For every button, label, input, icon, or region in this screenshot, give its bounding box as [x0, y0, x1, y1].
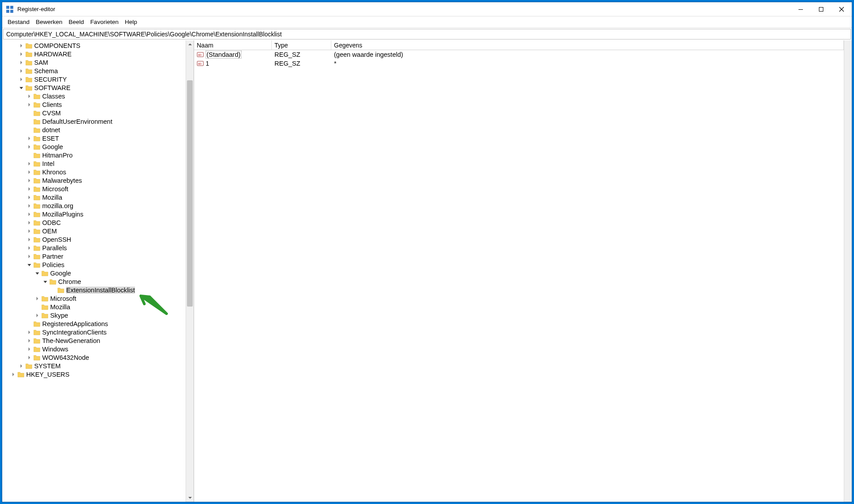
tree-node-hardware[interactable]: HARDWARE: [2, 50, 186, 58]
tree-node-components[interactable]: COMPONENTS: [2, 41, 186, 50]
menu-edit[interactable]: Bewerken: [33, 18, 65, 26]
tree-node-security[interactable]: SECURITY: [2, 75, 186, 83]
tree-node-sam[interactable]: SAM: [2, 58, 186, 67]
svg-rect-4: [798, 9, 803, 10]
tree-label: Clients: [42, 101, 62, 108]
svg-text:ab: ab: [198, 62, 202, 65]
menu-help[interactable]: Help: [122, 18, 140, 26]
tree-label: ESET: [42, 135, 59, 142]
tree-node-skype[interactable]: Skype: [2, 311, 186, 319]
tree-node-hitmanpro[interactable]: HitmanPro: [2, 151, 186, 159]
tree-node-classes[interactable]: Classes: [2, 92, 186, 100]
tree-node-eset[interactable]: ESET: [2, 134, 186, 142]
address-bar[interactable]: Computer\HKEY_LOCAL_MACHINE\SOFTWARE\Pol…: [3, 29, 851, 39]
tree-node-registeredapps[interactable]: RegisteredApplications: [2, 319, 186, 328]
tree-label: SECURITY: [34, 76, 67, 83]
tree-scrollbar[interactable]: [186, 40, 194, 502]
menu-favorites[interactable]: Favorieten: [87, 18, 121, 26]
values-pane: Naam Type Gegevens ab(Standaard)REG_SZ(g…: [194, 40, 852, 502]
column-name[interactable]: Naam: [194, 40, 272, 50]
minimize-button[interactable]: [790, 2, 811, 16]
tree-node-parallels[interactable]: Parallels: [2, 244, 186, 252]
tree-node-mozillaplugins[interactable]: MozillaPlugins: [2, 210, 186, 218]
tree-label: WOW6432Node: [42, 354, 89, 361]
titlebar[interactable]: Register-editor: [2, 2, 852, 16]
tree-label: SOFTWARE: [34, 84, 71, 91]
value-type: REG_SZ: [274, 51, 300, 58]
column-data[interactable]: Gegevens: [331, 40, 844, 50]
menubar: Bestand Bewerken Beeld Favorieten Help: [2, 16, 852, 28]
tree-label: HKEY_USERS: [26, 371, 70, 378]
tree-node-odbc[interactable]: ODBC: [2, 218, 186, 227]
tree-label: Windows: [42, 346, 68, 353]
svg-rect-0: [6, 6, 9, 9]
scroll-up-icon[interactable]: [186, 40, 194, 48]
address-text: Computer\HKEY_LOCAL_MACHINE\SOFTWARE\Pol…: [6, 31, 282, 38]
tree-node-wow64[interactable]: WOW6432Node: [2, 353, 186, 362]
column-type[interactable]: Type: [272, 40, 331, 50]
menu-file[interactable]: Bestand: [5, 18, 32, 26]
tree-node-microsoft_sw[interactable]: Microsoft: [2, 185, 186, 193]
tree-label: Partner: [42, 253, 64, 260]
value-name: (Standaard): [206, 51, 242, 59]
tree-label: dotnet: [42, 126, 60, 134]
tree-node-microsoft_pol[interactable]: Microsoft: [2, 294, 186, 303]
tree-label: Policies: [42, 261, 64, 268]
tree-label: Chrome: [58, 278, 81, 285]
tree-label: MozillaPlugins: [42, 211, 83, 218]
tree-node-policies[interactable]: Policies: [2, 260, 186, 269]
tree-node-hkeyusers[interactable]: HKEY_USERS: [2, 370, 186, 378]
tree-node-khronos[interactable]: Khronos: [2, 168, 186, 176]
tree-node-dotnet[interactable]: dotnet: [2, 126, 186, 134]
tree-label: Google: [50, 270, 71, 277]
tree-node-extblocklist[interactable]: ExtensionInstallBlocklist: [2, 286, 186, 294]
tree-label: OpenSSH: [42, 236, 71, 243]
tree-node-cvsm[interactable]: CVSM: [2, 109, 186, 117]
window-controls: [790, 2, 852, 16]
tree-node-defaultuserenv[interactable]: DefaultUserEnvironment: [2, 117, 186, 126]
tree-label: Mozilla: [42, 194, 62, 201]
tree-node-windows[interactable]: Windows: [2, 345, 186, 353]
value-row[interactable]: ab1REG_SZ*: [194, 59, 844, 68]
tree-node-google_sw[interactable]: Google: [2, 142, 186, 151]
tree-node-malwarebytes[interactable]: Malwarebytes: [2, 176, 186, 185]
tree-node-mozilla_sw[interactable]: Mozilla: [2, 193, 186, 201]
tree-pane: COMPONENTSHARDWARESAMSchemaSECURITYSOFTW…: [2, 40, 194, 502]
tree-node-mozillaorg[interactable]: mozilla.org: [2, 201, 186, 210]
tree-node-openssh[interactable]: OpenSSH: [2, 235, 186, 244]
tree-node-intel[interactable]: Intel: [2, 159, 186, 168]
tree-label: Parallels: [42, 244, 67, 252]
tree-label: Microsoft: [50, 295, 76, 302]
tree-node-mozilla_pol[interactable]: Mozilla: [2, 303, 186, 311]
tree-label: SYSTEM: [34, 362, 61, 370]
tree-node-schema[interactable]: Schema: [2, 67, 186, 75]
tree-node-syncintegration[interactable]: SyncIntegrationClients: [2, 328, 186, 336]
tree-label: mozilla.org: [42, 202, 73, 209]
tree-node-thenewgen[interactable]: The-NewGeneration: [2, 336, 186, 345]
menu-view[interactable]: Beeld: [66, 18, 87, 26]
window-title: Register-editor: [17, 6, 790, 12]
tree-label: OEM: [42, 228, 57, 235]
tree-node-google_pol[interactable]: Google: [2, 269, 186, 277]
tree-node-chrome[interactable]: Chrome: [2, 277, 186, 286]
tree-node-clients[interactable]: Clients: [2, 100, 186, 109]
scroll-down-icon[interactable]: [186, 494, 194, 502]
tree-node-partner[interactable]: Partner: [2, 252, 186, 260]
tree-node-oem[interactable]: OEM: [2, 227, 186, 235]
value-row[interactable]: ab(Standaard)REG_SZ(geen waarde ingestel…: [194, 50, 844, 59]
tree-label: The-NewGeneration: [42, 337, 100, 344]
registry-tree[interactable]: COMPONENTSHARDWARESAMSchemaSECURITYSOFTW…: [2, 40, 186, 502]
tree-label: Mozilla: [50, 303, 70, 311]
value-data: *: [334, 60, 337, 67]
maximize-button[interactable]: [811, 2, 831, 16]
values-scrollbar[interactable]: [844, 40, 852, 502]
scroll-thumb[interactable]: [187, 80, 193, 307]
svg-rect-2: [6, 10, 9, 13]
tree-node-software[interactable]: SOFTWARE: [2, 83, 186, 92]
svg-rect-5: [819, 7, 823, 11]
svg-rect-1: [10, 6, 13, 9]
close-button[interactable]: [831, 2, 852, 16]
tree-label: Schema: [34, 67, 58, 75]
tree-node-system[interactable]: SYSTEM: [2, 362, 186, 370]
content-split: COMPONENTSHARDWARESAMSchemaSECURITYSOFTW…: [2, 40, 852, 502]
